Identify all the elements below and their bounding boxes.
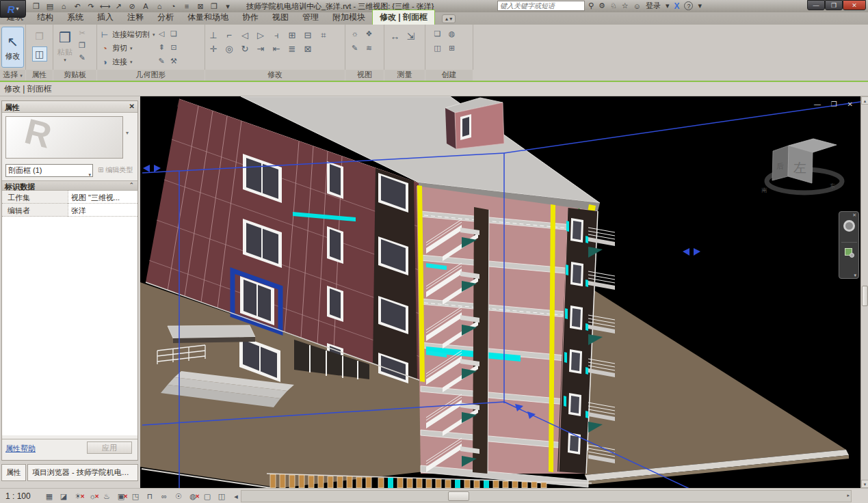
shadows-icon[interactable]: ☼: [87, 491, 98, 502]
move-icon[interactable]: ✛: [208, 44, 219, 55]
array-icon[interactable]: ⊞: [287, 30, 298, 41]
property-value[interactable]: 视图 "三维视...: [68, 191, 137, 204]
application-menu-button[interactable]: R ▾: [0, 0, 26, 18]
favorites-icon[interactable]: ☆: [622, 1, 629, 10]
rotate-icon[interactable]: ↻: [239, 44, 250, 55]
create-group-icon[interactable]: ◍: [447, 29, 457, 39]
tab-view[interactable]: 视图: [265, 10, 295, 25]
chevron-down-icon[interactable]: ▾: [854, 273, 856, 278]
tab-structure[interactable]: 结构: [30, 10, 60, 25]
steering-wheel-icon[interactable]: [843, 220, 855, 232]
sun-path-icon[interactable]: ☀: [73, 491, 83, 502]
linework-icon[interactable]: ≋: [364, 43, 374, 53]
search-icon[interactable]: ⚲: [588, 1, 594, 10]
ribbon-toggle-button[interactable]: ▴ ▾: [442, 14, 456, 23]
match-type-icon[interactable]: ✎: [77, 52, 88, 63]
delete-icon[interactable]: ⊠: [302, 44, 313, 55]
unpin-icon[interactable]: ≣: [287, 44, 298, 55]
tab-manage[interactable]: 管理: [295, 10, 326, 25]
tab-analyze[interactable]: 分析: [150, 10, 181, 25]
minimize-button[interactable]: —: [807, 0, 825, 10]
create-assembly-icon[interactable]: ◫: [432, 43, 443, 53]
properties-help-link[interactable]: 属性帮助: [5, 444, 36, 454]
scroll-down-arrow[interactable]: ▼: [861, 480, 868, 488]
close-icon[interactable]: ✕: [129, 103, 135, 110]
tab-collaborate[interactable]: 协作: [235, 10, 265, 25]
vertical-scrollbar[interactable]: ▲ ▼: [860, 96, 868, 488]
mirror-pick-icon[interactable]: ▷: [255, 30, 266, 41]
undo-icon[interactable]: ↶: [73, 2, 82, 11]
view-window-controls[interactable]: — ❐ ✕: [814, 100, 857, 108]
close-button[interactable]: ✕: [843, 0, 866, 10]
apply-button[interactable]: 应用: [87, 441, 132, 454]
beam-joins-icon[interactable]: ❏: [169, 29, 179, 39]
tab-systems[interactable]: 系统: [60, 10, 90, 25]
scroll-up-arrow[interactable]: ▲: [861, 96, 868, 105]
viewcube-side-label[interactable]: 后: [776, 162, 784, 170]
text-icon[interactable]: A: [141, 2, 150, 10]
render-dialog-icon[interactable]: ♨: [101, 491, 112, 502]
chevron-down-icon[interactable]: ▾: [698, 1, 702, 10]
trim-extend-icon[interactable]: ⇥: [255, 44, 266, 55]
view-scale-button[interactable]: 1 : 100: [5, 491, 31, 501]
collapse-icon[interactable]: ◂: [231, 491, 241, 502]
tab-massing-site[interactable]: 体量和场地: [181, 10, 235, 25]
pin-icon[interactable]: ⌗: [318, 30, 329, 41]
thin-lines-icon[interactable]: ≡: [182, 2, 192, 10]
aligned-dimension-icon[interactable]: ⟷: [100, 2, 109, 11]
communication-center-icon[interactable]: ♘: [610, 1, 617, 10]
redo-icon[interactable]: ↷: [86, 2, 96, 11]
offset-icon[interactable]: ⌐: [224, 30, 235, 41]
tab-project-browser[interactable]: 项目浏览器 - 技师学院机电培训...: [27, 464, 138, 481]
save-icon[interactable]: ▤: [45, 2, 55, 11]
cut-icon[interactable]: ✂: [77, 27, 88, 38]
modify-button[interactable]: ↖ 修改: [1, 27, 24, 68]
tab-annotate[interactable]: 注释: [120, 10, 150, 25]
scrollbar-thumb[interactable]: [448, 491, 469, 501]
unjoin-icon[interactable]: ⇞: [157, 42, 167, 53]
properties-palette-icon[interactable]: ◫: [32, 46, 47, 62]
visual-style-icon[interactable]: ◪: [58, 491, 69, 502]
building-3d-model[interactable]: 南 东 后 左: [140, 96, 860, 488]
show-crop-icon[interactable]: ◳: [130, 491, 141, 502]
navigation-bar[interactable]: ✕ ▾: [839, 211, 859, 279]
copy-icon[interactable]: ❐: [77, 40, 88, 51]
chevron-down-icon[interactable]: ▾: [666, 1, 670, 10]
tab-addins[interactable]: 附加模块: [326, 10, 372, 25]
selection-box-icon[interactable]: ❖: [364, 29, 374, 39]
worksharing-display-icon[interactable]: ◍: [187, 491, 198, 502]
displaced-elements-icon[interactable]: ◫: [216, 491, 227, 502]
paint-icon[interactable]: ✎: [157, 56, 167, 66]
horizontal-scrollbar[interactable]: ▸: [241, 490, 852, 502]
view-lock-icon[interactable]: ⊓: [144, 491, 155, 502]
viewcube-front-label[interactable]: 左: [793, 161, 806, 175]
edit-type-button[interactable]: ⊞ 编辑类型: [98, 164, 139, 177]
paste-button[interactable]: ❒ 粘贴 ▾: [55, 27, 75, 65]
split-icon[interactable]: ⫞: [271, 30, 282, 41]
hide-isolate-icon[interactable]: ∞: [159, 491, 170, 502]
switch-windows-icon[interactable]: ❐: [209, 2, 219, 11]
zoom-icon[interactable]: [845, 248, 852, 256]
detail-level-icon[interactable]: ▦: [44, 491, 55, 502]
crop-view-icon[interactable]: ▣: [116, 491, 127, 502]
measure-tool-icon[interactable]: ↔: [390, 31, 400, 42]
properties-palette-header[interactable]: 属性 ✕: [2, 101, 137, 113]
close-icon[interactable]: ✕: [852, 213, 856, 218]
dimension-tool-icon[interactable]: ⇲: [406, 31, 416, 42]
subscription-icon[interactable]: ⚙: [599, 1, 605, 10]
tab-insert[interactable]: 插入: [90, 10, 120, 25]
type-selector-dropdown[interactable]: 剖面框 (1) ▾: [5, 164, 93, 177]
align-icon[interactable]: ⊥: [208, 30, 219, 41]
default-3d-view-icon[interactable]: ⌂: [155, 2, 164, 10]
split-face-icon[interactable]: ⊡: [169, 42, 179, 53]
reveal-hidden-icon[interactable]: ☉: [173, 491, 184, 502]
sign-in-button[interactable]: 登录: [646, 1, 661, 11]
tab-modify-section-box[interactable]: 修改 | 剖面框: [372, 10, 435, 25]
exchange-apps-icon[interactable]: X: [674, 1, 679, 11]
join-geometry-button[interactable]: ◑ 连接 ▾: [100, 56, 155, 68]
identity-data-group-header[interactable]: 标识数据 ⌃: [2, 180, 137, 191]
cope-button[interactable]: ⊢ 连接端切割 ▾: [100, 29, 155, 40]
scrollbar-thumb[interactable]: [862, 286, 868, 306]
property-value[interactable]: 张洋: [68, 204, 137, 217]
hide-elements-icon[interactable]: ☼: [350, 29, 360, 39]
